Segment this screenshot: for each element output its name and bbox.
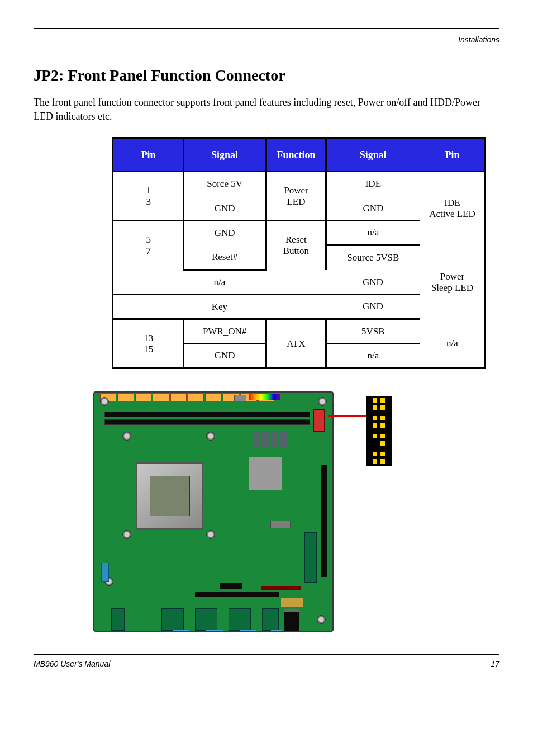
cell-sig-right: IDE [326,172,420,196]
cell-func: ATX [266,319,326,368]
cell-sig-right: GND [326,270,420,295]
cell-sig-right: GND [326,196,420,221]
cell-sig-left: Reset# [184,245,266,270]
cell-pin-left: 13 [113,172,184,221]
motherboard-image [93,391,334,632]
header-rule [34,28,499,29]
cell-sig-right: Source 5VSB [326,245,420,270]
cell-sig-right: n/a [326,221,420,245]
section-title: JP2: Front Panel Function Connector [34,67,499,84]
cell-sig-right: 5VSB [326,319,420,344]
cell-func-right: n/a [420,319,485,368]
cell-func: Reset Button [266,221,326,270]
table-row: 13 Sorce 5V Power LED IDE IDE Active LED [113,172,486,196]
callout-line [328,415,366,417]
table-row: 1315 PWR_ON# ATX 5VSB n/a [113,319,486,344]
th-pin-right: Pin [420,138,485,172]
table-head: Pin Signal Function Signal Pin [113,138,486,172]
cell-func: Power LED [266,172,326,221]
section-desc: The front panel function connector suppo… [34,96,499,124]
board-illustration [93,391,440,632]
cell-pin-left: 1315 [113,319,184,368]
cell-sig-right: n/a [326,344,420,368]
jp2-location [313,409,325,432]
footer-right: 17 [491,659,499,668]
jp2-pin-diagram [366,396,392,466]
cell-sig-left: GND [184,196,266,221]
th-signal-left: Signal [184,138,266,172]
footer-rule [34,654,499,659]
pin-table: Pin Signal Function Signal Pin 13 Sorce … [112,137,486,369]
cell-na: n/a [113,270,326,295]
th-function: Function [266,138,326,172]
cell-sig-left: PWR_ON# [184,319,266,344]
th-signal-right: Signal [326,138,420,172]
cell-pin-left: 57 [113,221,184,270]
cell-sig-left: GND [184,221,266,245]
footer: MB960 User's Manual 17 [34,659,499,668]
cell-func-right: Power Sleep LED [420,245,485,319]
cell-key: Key [113,295,326,319]
cell-func-right: IDE Active LED [420,172,485,245]
footer-left: MB960 User's Manual [34,659,110,668]
th-pin-left: Pin [113,138,184,172]
cell-sig-left: Sorce 5V [184,172,266,196]
header-right: Installations [34,35,499,44]
cell-sig-left: GND [184,344,266,368]
cell-sig-right: GND [326,295,420,319]
